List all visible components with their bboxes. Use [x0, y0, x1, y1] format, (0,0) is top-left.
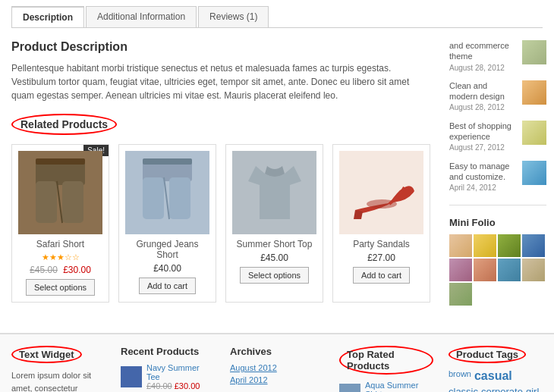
svg-rect-2 [62, 181, 83, 223]
sidebar-post-2-img [522, 80, 546, 105]
footer-recent-product-1-name[interactable]: Navy Summer Tee [146, 363, 215, 381]
mini-folio-grid [449, 234, 546, 306]
sidebar-post-4-date: April 24, 2012 [449, 183, 496, 192]
svg-line-8 [164, 177, 169, 219]
sidebar-post-4-img [522, 161, 546, 185]
product-select-shirt[interactable]: Select options [240, 267, 309, 284]
tag-classic[interactable]: classic [449, 386, 478, 392]
product-price-shirt: £45.00 [232, 252, 316, 263]
product-card-jeans: Grunged Jeans Short £40.00 Add to cart [118, 144, 216, 303]
mini-folio-img-8 [522, 259, 545, 281]
product-price-jeans: £40.00 [125, 263, 209, 274]
footer-top-rated-product-1: Aqua Summer Shirt £39.00 £20.00 [339, 381, 433, 392]
footer: Text Widget Lorem ipsum dolor sit amet, … [0, 333, 554, 392]
sidebar-post-1-img [522, 40, 546, 64]
product-name-safari: Safari Short [18, 239, 102, 249]
tab-reviews[interactable]: Reviews (1) [198, 6, 269, 27]
footer-archives-title: Archives [230, 346, 324, 357]
sidebar-post-3: Best of shopping experience August 27, 2… [449, 121, 546, 153]
footer-recent-product-1-img [121, 366, 142, 387]
svg-line-3 [57, 181, 62, 223]
product-card-sandals: Party Sandals £27.00 Add to cart [332, 144, 430, 303]
footer-archive-link-1[interactable]: August 2012 [230, 363, 277, 372]
footer-archive-link-2[interactable]: April 2012 [230, 375, 268, 384]
mini-folio-img-5 [449, 259, 472, 281]
footer-text-widget-title: Text Widget [11, 346, 82, 363]
mini-folio-img-9 [449, 283, 472, 306]
product-select-safari[interactable]: Select options [26, 279, 95, 296]
main-layout: Product Description Pellentesque habitan… [0, 40, 554, 318]
footer-archive-item-2: April 2012 [230, 375, 324, 384]
sidebar-post-2: Clean and modern design August 28, 2012 [449, 80, 546, 113]
jeans-icon [139, 158, 196, 227]
product-image-safari [18, 151, 102, 234]
left-content: Product Description Pellentesque habitan… [0, 40, 442, 318]
product-add-sandals[interactable]: Add to cart [353, 267, 410, 284]
tag-girl[interactable]: girl [526, 386, 539, 392]
heels-icon [348, 165, 416, 221]
footer-top-rated-img-1 [339, 384, 360, 392]
tab-bar: Description Additional Information Revie… [11, 6, 543, 28]
sidebar-post-4-text: Easy to manage and customize. [449, 162, 510, 181]
product-image-jeans [125, 151, 209, 234]
footer-text-widget: Text Widget Lorem ipsum dolor sit amet, … [11, 346, 105, 392]
footer-archive-item-1: August 2012 [230, 363, 324, 372]
tag-casual[interactable]: casual [474, 369, 512, 383]
svg-rect-4 [36, 158, 85, 165]
svg-rect-9 [143, 158, 192, 165]
product-image-sandals [339, 151, 423, 234]
sidebar-post-3-text: Best of shopping experience [449, 121, 512, 141]
right-sidebar: and ecommerce theme August 28, 2012 Clea… [442, 40, 554, 318]
footer-recent-products: Recent Products Navy Summer Tee £40.00 £… [121, 346, 215, 392]
svg-rect-1 [36, 181, 57, 223]
tabs-container: Description Additional Information Revie… [0, 0, 554, 28]
product-rating-safari: ★★★☆☆ [18, 252, 102, 262]
footer-text-widget-body: Lorem ipsum dolor sit amet, consectetur … [11, 369, 105, 392]
mini-folio-img-7 [498, 259, 521, 281]
footer-recent-products-title: Recent Products [121, 346, 215, 357]
footer-top-rated: Top Rated Products Aqua Summer Shirt £39… [339, 346, 433, 392]
footer-archives: Archives August 2012 April 2012 [230, 346, 324, 392]
footer-top-rated-name-1[interactable]: Aqua Summer Shirt [365, 381, 433, 392]
product-add-jeans[interactable]: Add to cart [139, 278, 196, 294]
sidebar-post-4: Easy to manage and customize. April 24, … [449, 161, 546, 193]
sidebar-post-1: and ecommerce theme August 28, 2012 [449, 40, 546, 73]
sidebar-post-3-date: August 27, 2012 [449, 143, 505, 152]
sidebar-post-2-date: August 28, 2012 [449, 103, 505, 111]
mini-folio-img-3 [498, 234, 521, 257]
tab-description[interactable]: Description [11, 6, 84, 27]
footer-recent-product-1-price: £40.00 £30.00 [146, 381, 215, 390]
product-image-shirt [232, 151, 316, 234]
mini-folio-img-6 [474, 259, 496, 281]
tag-corporate[interactable]: corporate [481, 386, 523, 392]
footer-recent-product-1: Navy Summer Tee £40.00 £30.00 [121, 363, 215, 390]
sidebar-post-2-text: Clean and modern design [449, 81, 505, 101]
product-price-safari: £45.00 £30.00 [18, 265, 102, 275]
tag-brown[interactable]: brown [449, 369, 471, 383]
footer-top-rated-title: Top Rated Products [339, 346, 433, 375]
product-card-shirt: Summer Short Top £45.00 Select options [225, 144, 323, 303]
svg-rect-6 [143, 177, 164, 219]
products-grid: Sale! Safari Short ★★★☆☆ £45.00 £30.00 [11, 144, 430, 303]
product-card-safari: Sale! Safari Short ★★★☆☆ £45.00 £30.00 [11, 144, 109, 303]
footer-product-tags: Product Tags brown casual classic corpor… [449, 346, 543, 392]
product-description-body: Pellentesque habitant morbi tristique se… [11, 61, 430, 102]
sidebar-post-1-date: August 28, 2012 [449, 64, 505, 72]
mini-folio-img-4 [522, 234, 545, 257]
product-name-sandals: Party Sandals [339, 239, 423, 249]
product-description-title: Product Description [11, 40, 430, 54]
product-price-sandals: £27.00 [339, 252, 423, 263]
mini-folio-img-2 [474, 234, 496, 257]
svg-rect-7 [169, 177, 190, 219]
sidebar-post-1-text: and ecommerce theme [449, 41, 509, 61]
related-products-title: Related Products [11, 114, 430, 144]
product-tags-list: brown casual classic corporate girl men [449, 369, 543, 392]
tab-additional-info[interactable]: Additional Information [86, 6, 197, 27]
sidebar-divider [449, 205, 546, 205]
product-name-shirt: Summer Short Top [232, 239, 316, 249]
mini-folio-img-1 [449, 234, 472, 257]
footer-product-tags-title: Product Tags [449, 346, 526, 363]
mini-folio-title: Mini Folio [449, 217, 546, 228]
tshirt-icon [248, 158, 301, 227]
product-name-jeans: Grunged Jeans Short [125, 239, 209, 260]
